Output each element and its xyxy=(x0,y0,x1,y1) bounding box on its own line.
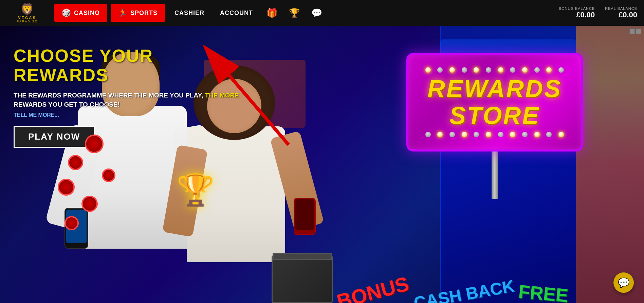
casino-button-label: CASINO xyxy=(74,10,100,17)
trophy-decoration: 🏆 xyxy=(177,172,215,208)
bulb xyxy=(546,67,552,73)
sports-runner-icon: 🏃 xyxy=(118,8,128,17)
bulb xyxy=(425,67,431,73)
hero-subtitle-text-1: THE REWARDS PROGRAMME WHERE THE MORE YOU… xyxy=(14,92,203,99)
sports-button[interactable]: 🏃 SPORTS xyxy=(111,4,165,22)
gift-icon: 🎁 xyxy=(266,8,277,18)
casino-chip-3 xyxy=(58,179,75,196)
bulb xyxy=(522,67,528,73)
bulb xyxy=(437,67,443,73)
bonus-balance-value: £0.00 xyxy=(576,11,595,19)
bulb xyxy=(558,132,564,137)
casino-chip-6 xyxy=(65,216,79,230)
chat-icon-button[interactable]: 💬 xyxy=(307,8,326,18)
bulb xyxy=(534,132,540,137)
logo-subtitle: PARADISE xyxy=(17,20,38,23)
bg-slot-machine-right xyxy=(576,26,644,303)
account-button[interactable]: ACCOUNT xyxy=(214,6,259,20)
gift-icon-button[interactable]: 🎁 xyxy=(262,8,281,18)
bulb-row-bottom xyxy=(422,132,567,137)
free-card: FREE xyxy=(518,282,569,303)
real-balance-value: £0.00 xyxy=(619,11,637,19)
bulb xyxy=(498,67,503,73)
bulb xyxy=(498,132,503,137)
casino-dice-icon: 🎲 xyxy=(62,8,71,17)
bonus-card: BONUS xyxy=(335,273,411,303)
bulb xyxy=(462,67,467,73)
bonus-balance: BONUS BALANCE £0.00 xyxy=(559,6,595,19)
bulb xyxy=(510,67,515,73)
bonus-balance-label: BONUS BALANCE xyxy=(559,6,595,11)
play-now-button[interactable]: PLAY NOW xyxy=(14,126,95,148)
hero-section: CHOOSE YOUR REWARDS THE REWARDS PROGRAMM… xyxy=(0,26,644,303)
real-balance-label: REAL BALANCE xyxy=(605,6,637,11)
hero-text-block: CHOOSE YOUR REWARDS THE REWARDS PROGRAMM… xyxy=(14,46,251,148)
rewards-store-sign: REWARDS STORE xyxy=(406,53,583,199)
bulb xyxy=(474,132,479,137)
casino-chip-5 xyxy=(81,196,98,212)
bulb xyxy=(449,67,455,73)
cashier-button[interactable]: CASHIER xyxy=(168,6,210,20)
bulb xyxy=(534,67,540,73)
rewards-store-text-line2: STORE xyxy=(422,102,567,129)
real-balance: REAL BALANCE £0.00 xyxy=(605,6,637,19)
hero-subtitle-text-2: REWARDS YOU GET TO CHOOSE! xyxy=(14,101,120,108)
hero-title: CHOOSE YOUR REWARDS xyxy=(14,46,251,85)
logo-brand: VEGAS xyxy=(18,16,36,20)
rewards-store-text-line1: REWARDS xyxy=(422,75,567,102)
bulb xyxy=(425,132,431,137)
bulb xyxy=(486,67,491,73)
casino-chip-4 xyxy=(102,168,115,182)
bulb xyxy=(449,132,455,137)
minimize-button[interactable] xyxy=(629,29,635,34)
hero-subtitle-highlight: THE MORE xyxy=(205,92,239,99)
chat-icon: 💬 xyxy=(311,8,322,18)
chat-bubble-icon: 💬 xyxy=(618,277,630,288)
casino-button[interactable]: 🎲 CASINO xyxy=(54,4,107,22)
chat-bubble-button[interactable]: 💬 xyxy=(613,272,634,293)
gift-items-area: BONUS CASH BACK FREE xyxy=(272,255,568,303)
trophy-icon-button[interactable]: 🏆 xyxy=(285,8,304,18)
bulb xyxy=(558,67,564,73)
bulb xyxy=(474,67,479,73)
tell-me-more-link[interactable]: TELL ME MORE... xyxy=(14,112,251,118)
sports-button-label: SPORTS xyxy=(130,10,158,17)
bulb xyxy=(462,132,467,137)
bulb xyxy=(510,132,515,137)
casino-chip-2 xyxy=(68,155,83,170)
window-controls xyxy=(629,29,641,34)
logo-icon: 🦁 xyxy=(20,3,34,16)
maximize-button[interactable] xyxy=(636,29,641,34)
gift-box xyxy=(272,255,333,303)
bulb xyxy=(437,132,443,137)
casino-chip-1 xyxy=(85,135,104,153)
bulb xyxy=(486,132,491,137)
hero-subtitle: THE REWARDS PROGRAMME WHERE THE MORE YOU… xyxy=(14,91,251,109)
bulb xyxy=(546,132,552,137)
logo-area: 🦁 VEGAS PARADISE xyxy=(7,3,48,23)
woman-phone xyxy=(294,198,316,235)
bulb-row-top xyxy=(422,67,567,73)
header: 🦁 VEGAS PARADISE 🎲 CASINO 🏃 SPORTS CASHI… xyxy=(0,0,644,26)
sign-pole xyxy=(492,152,498,199)
rewards-sign-board: REWARDS STORE xyxy=(406,53,583,152)
bulb xyxy=(522,132,528,137)
balance-section: BONUS BALANCE £0.00 REAL BALANCE £0.00 xyxy=(559,6,637,19)
cashback-card: CASH BACK xyxy=(412,277,516,303)
trophy-icon: 🏆 xyxy=(289,8,300,18)
